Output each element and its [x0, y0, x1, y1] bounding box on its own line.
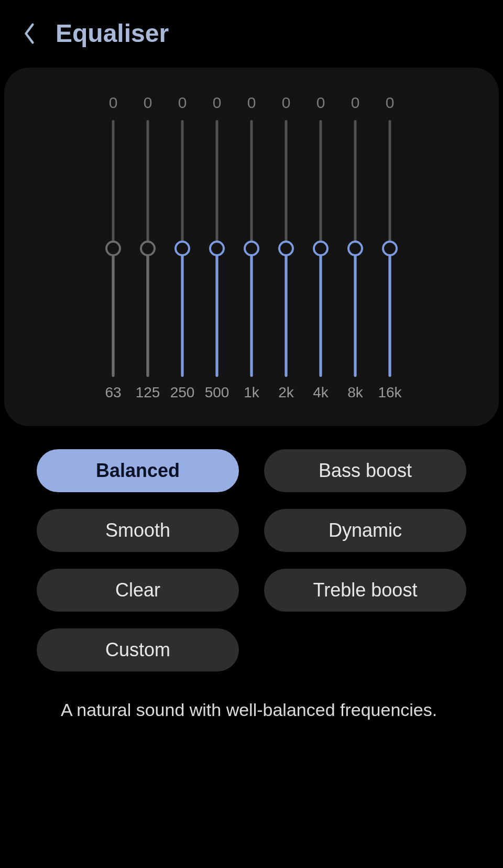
eq-band-value: 0 [316, 94, 325, 114]
eq-band-value: 0 [178, 94, 187, 114]
eq-band-8k: 08k [347, 94, 363, 401]
chevron-left-icon [23, 22, 36, 45]
eq-slider[interactable] [140, 120, 156, 377]
eq-band-freq-label: 8k [347, 384, 363, 401]
preset-smooth-button[interactable]: Smooth [37, 509, 239, 552]
eq-band-freq-label: 500 [205, 384, 229, 401]
eq-slider[interactable] [174, 120, 190, 377]
eq-band-value: 0 [213, 94, 222, 114]
eq-slider-thumb[interactable] [140, 241, 156, 256]
eq-slider[interactable] [278, 120, 294, 377]
header: Equaliser [0, 0, 503, 63]
page-title: Equaliser [56, 19, 169, 48]
eq-band-freq-label: 250 [170, 384, 195, 401]
eq-band-250: 0250 [174, 94, 190, 401]
eq-slider[interactable] [313, 120, 329, 377]
preset-treble-boost-button[interactable]: Treble boost [264, 569, 466, 612]
eq-band-500: 0500 [209, 94, 225, 401]
eq-slider-thumb[interactable] [209, 241, 225, 256]
preset-custom-button[interactable]: Custom [37, 628, 239, 671]
eq-band-1k: 01k [244, 94, 259, 401]
eq-slider[interactable] [209, 120, 225, 377]
eq-band-freq-label: 4k [313, 384, 329, 401]
eq-slider-thumb[interactable] [105, 241, 121, 256]
preset-bass-boost-button[interactable]: Bass boost [264, 449, 466, 492]
eq-band-value: 0 [144, 94, 152, 114]
eq-slider[interactable] [244, 120, 259, 377]
preset-balanced-button[interactable]: Balanced [37, 449, 239, 492]
eq-slider-thumb[interactable] [278, 241, 294, 256]
eq-band-freq-label: 16k [378, 384, 401, 401]
eq-band-value: 0 [247, 94, 256, 114]
preset-grid: BalancedBass boostSmoothDynamicClearTreb… [0, 426, 503, 671]
eq-band-4k: 04k [313, 94, 329, 401]
eq-band-freq-label: 63 [105, 384, 121, 401]
eq-band-125: 0125 [140, 94, 156, 401]
eq-band-value: 0 [282, 94, 291, 114]
eq-slider-thumb[interactable] [244, 241, 259, 256]
equalizer-sliders: 06301250250050001k02k04k08k016k [36, 94, 467, 401]
eq-slider[interactable] [105, 120, 121, 377]
eq-slider-thumb[interactable] [382, 241, 398, 256]
eq-slider-thumb[interactable] [174, 241, 190, 256]
eq-slider[interactable] [347, 120, 363, 377]
eq-band-16k: 016k [382, 94, 398, 401]
eq-band-freq-label: 2k [278, 384, 294, 401]
preset-dynamic-button[interactable]: Dynamic [264, 509, 466, 552]
preset-description: A natural sound with well-balanced frequ… [0, 671, 503, 723]
eq-band-63: 063 [105, 94, 121, 401]
preset-clear-button[interactable]: Clear [37, 569, 239, 612]
eq-band-freq-label: 125 [136, 384, 160, 401]
eq-band-value: 0 [351, 94, 360, 114]
eq-band-value: 0 [386, 94, 395, 114]
eq-slider[interactable] [382, 120, 398, 377]
equalizer-card: 06301250250050001k02k04k08k016k [4, 68, 499, 426]
eq-slider-thumb[interactable] [347, 241, 363, 256]
eq-band-2k: 02k [278, 94, 294, 401]
back-button[interactable] [19, 23, 40, 44]
eq-slider-thumb[interactable] [313, 241, 329, 256]
eq-band-freq-label: 1k [244, 384, 259, 401]
eq-band-value: 0 [109, 94, 118, 114]
